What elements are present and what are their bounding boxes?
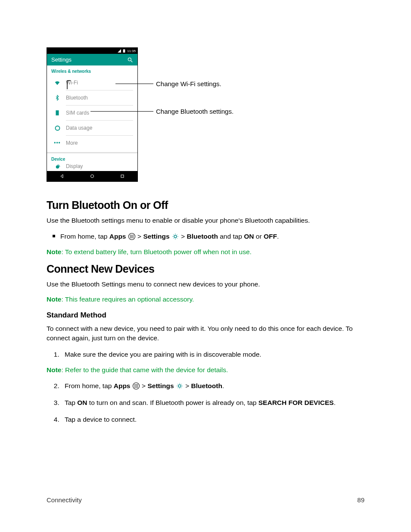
- heading-standard-method: Standard Method: [47, 311, 364, 320]
- apps-icon: [128, 233, 136, 240]
- appbar-title: Settings: [51, 56, 72, 63]
- sep: >: [179, 233, 187, 240]
- settings-icon: [176, 382, 184, 390]
- label-bluetooth: Bluetooth: [187, 233, 218, 240]
- svg-point-4: [55, 126, 59, 130]
- svg-point-12: [130, 236, 131, 237]
- search-icon[interactable]: [127, 57, 133, 63]
- step-4: Tap a device to connect.: [61, 414, 364, 424]
- svg-point-13: [131, 236, 132, 237]
- note-battery: Note: To extend battery life, turn Bluet…: [47, 248, 364, 256]
- bluetooth-icon: [54, 94, 61, 101]
- text: or: [254, 233, 264, 240]
- bullet-bt-path: From home, tap Apps > Settings > Bluetoo…: [60, 231, 364, 242]
- svg-rect-7: [121, 175, 124, 177]
- row-sim-label: SIM cards: [66, 110, 89, 116]
- svg-point-24: [136, 386, 137, 386]
- sep: >: [136, 233, 143, 240]
- nav-bar: [47, 171, 137, 181]
- app-bar: Settings: [47, 54, 137, 65]
- back-icon[interactable]: [59, 174, 65, 179]
- svg-rect-1: [124, 49, 125, 50]
- svg-point-18: [174, 235, 177, 238]
- label-off: OFF: [264, 233, 277, 240]
- text: From home, tap: [65, 382, 114, 389]
- svg-point-17: [133, 237, 134, 238]
- svg-point-23: [134, 386, 135, 386]
- svg-point-10: [131, 235, 132, 236]
- para-connect-intro: Use the Bluetooth Settings menu to conne…: [47, 280, 364, 289]
- callout-wifi: Change Wi-Fi settings.: [156, 80, 221, 87]
- label-apps: Apps: [109, 233, 126, 240]
- note-text: : To extend battery life, turn Bluetooth…: [61, 248, 251, 255]
- svg-point-25: [137, 386, 138, 386]
- row-display-label: Display: [66, 163, 83, 169]
- svg-point-26: [134, 387, 135, 388]
- svg-point-22: [137, 384, 138, 385]
- svg-point-6: [91, 175, 94, 178]
- status-time: 11:35: [127, 49, 136, 53]
- display-icon: [54, 163, 61, 170]
- text: .: [277, 233, 279, 240]
- row-more-label: More: [66, 140, 78, 146]
- note-label: Note: [47, 296, 61, 303]
- more-icon: •••: [54, 140, 61, 146]
- text: From home, tap: [60, 233, 109, 240]
- section-device: Device: [47, 153, 137, 163]
- svg-point-27: [136, 387, 137, 388]
- settings-icon: [171, 233, 179, 240]
- para-standard-intro: To connect with a new device, you need t…: [47, 324, 364, 343]
- row-data-label: Data usage: [66, 125, 92, 131]
- status-bar: 11:35: [47, 48, 137, 54]
- note-label: Note: [47, 248, 61, 255]
- text: to turn on and scan. If Bluetooth power …: [87, 399, 258, 406]
- svg-line-3: [131, 60, 133, 62]
- bracket-icon: [66, 80, 72, 90]
- text: .: [222, 382, 224, 389]
- sim-icon: [54, 109, 61, 116]
- wifi-icon: [54, 79, 61, 86]
- step-3: Tap ON to turn on and scan. If Bluetooth…: [61, 398, 364, 408]
- svg-point-15: [130, 237, 131, 238]
- svg-point-20: [134, 384, 135, 385]
- svg-point-16: [131, 237, 132, 238]
- note-guide: Note: Refer to the guide that came with …: [47, 366, 364, 374]
- row-data[interactable]: Data usage: [66, 120, 133, 135]
- label-on: ON: [77, 399, 87, 406]
- data-usage-icon: [54, 124, 61, 131]
- svg-point-11: [133, 235, 134, 236]
- callout-bt: Change Bluetooth settings.: [156, 108, 234, 115]
- step-1: Make sure the device you are pairing wit…: [61, 349, 364, 359]
- svg-point-9: [130, 235, 131, 236]
- svg-rect-0: [123, 50, 125, 53]
- label-bluetooth: Bluetooth: [191, 382, 222, 389]
- recent-icon[interactable]: [120, 174, 125, 179]
- label-apps: Apps: [114, 382, 131, 389]
- svg-point-28: [137, 387, 138, 388]
- sep: >: [140, 382, 148, 389]
- text: and tap: [218, 233, 244, 240]
- label-search-devices: SEARCH FOR DEVICES: [258, 399, 334, 406]
- sep: >: [184, 382, 191, 389]
- footer-section: Connectivity: [47, 496, 82, 504]
- svg-point-2: [128, 58, 131, 61]
- label-settings: Settings: [147, 382, 174, 389]
- note-label: Note: [47, 366, 61, 373]
- note-accessory: Note: This feature requires an optional …: [47, 296, 364, 303]
- heading-turn-bluetooth: Turn Bluetooth On or Off: [47, 199, 364, 212]
- signal-icon: [118, 49, 121, 53]
- figure-settings-phone: 11:35 Settings Wireles & networks Wi-Fi: [47, 47, 364, 182]
- text: .: [334, 399, 336, 406]
- apps-icon: [132, 382, 140, 390]
- home-icon[interactable]: [90, 174, 95, 179]
- section-wireless: Wireles & networks: [47, 65, 137, 75]
- svg-point-21: [136, 384, 137, 385]
- para-bt-intro: Use the Bluetooth settings menu to enabl…: [47, 216, 364, 225]
- note-text: : Refer to the guide that came with the …: [61, 366, 228, 373]
- row-bluetooth[interactable]: Bluetooth: [66, 90, 133, 105]
- row-more[interactable]: ••• More: [66, 135, 133, 150]
- row-display[interactable]: Display: [66, 163, 133, 171]
- text: Tap: [65, 399, 77, 406]
- note-text: : This feature requires an optional acce…: [61, 296, 194, 303]
- footer-page-number: 89: [357, 496, 364, 504]
